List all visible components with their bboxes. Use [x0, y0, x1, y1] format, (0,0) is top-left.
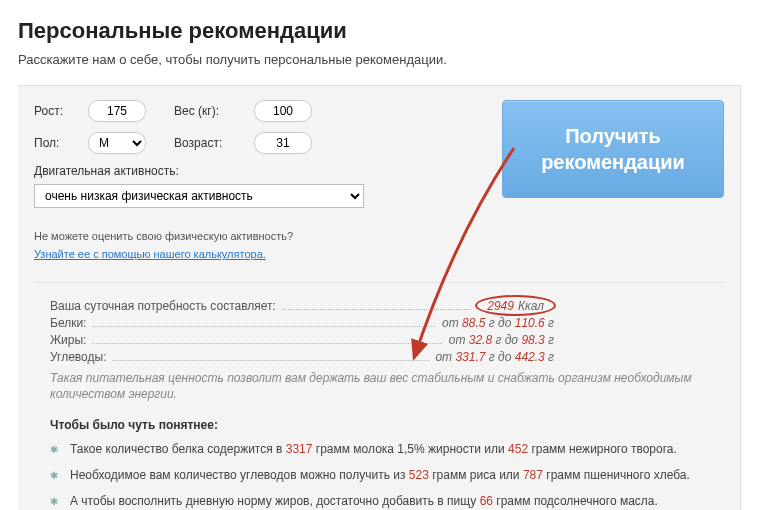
height-input[interactable]	[88, 100, 146, 122]
activity-label: Двигательная активность:	[34, 164, 482, 178]
calories-value: 2949	[487, 299, 514, 313]
submit-line-1: Получить	[565, 125, 661, 147]
get-recommendations-button[interactable]: Получить рекомендации	[502, 100, 724, 198]
divider	[34, 282, 724, 283]
clarify-item-fat: А чтобы восполнить дневную норму жиров, …	[50, 494, 708, 510]
sex-label: Пол:	[34, 136, 78, 150]
clarify-list: Такое количество белка содержится в 3317…	[34, 442, 724, 509]
clarify-heading: Чтобы было чуть понятнее:	[50, 418, 724, 432]
activity-select[interactable]: очень низкая физическая активность	[34, 184, 364, 208]
page-title: Персональные рекомендации	[18, 18, 741, 44]
height-label: Рост:	[34, 104, 78, 118]
weight-input[interactable]	[254, 100, 312, 122]
result-carb-row: Углеводы: от 331.7 г до 442.3 г	[50, 350, 554, 364]
submit-line-2: рекомендации	[541, 151, 685, 173]
main-panel: Рост: Вес (кг): Пол: М Возраст: Двигател…	[18, 85, 741, 510]
clarify-item-protein: Такое количество белка содержится в 3317…	[50, 442, 708, 458]
weight-label: Вес (кг):	[174, 104, 244, 118]
result-calories-row: Ваша суточная потребность составляет: 29…	[50, 299, 554, 313]
age-input[interactable]	[254, 132, 312, 154]
calculator-link[interactable]: Узнайте ее с помощью нашего калькулятора…	[34, 248, 266, 260]
result-note: Такая питательная ценность позволит вам …	[50, 370, 708, 402]
result-protein-row: Белки: от 88.5 г до 110.6 г	[50, 316, 554, 330]
cant-assess-text: Не можете оценить свою физическую активн…	[34, 230, 482, 242]
calories-unit: Ккал	[518, 299, 544, 313]
age-label: Возраст:	[174, 136, 244, 150]
sex-select[interactable]: М	[88, 132, 146, 154]
clarify-item-carbs: Необходимое вам количество углеводов мож…	[50, 468, 708, 484]
result-fat-row: Жиры: от 32.8 г до 98.3 г	[50, 333, 554, 347]
page-subtitle: Расскажите нам о себе, чтобы получить пе…	[18, 52, 741, 67]
daily-need-label: Ваша суточная потребность составляет:	[50, 299, 276, 313]
